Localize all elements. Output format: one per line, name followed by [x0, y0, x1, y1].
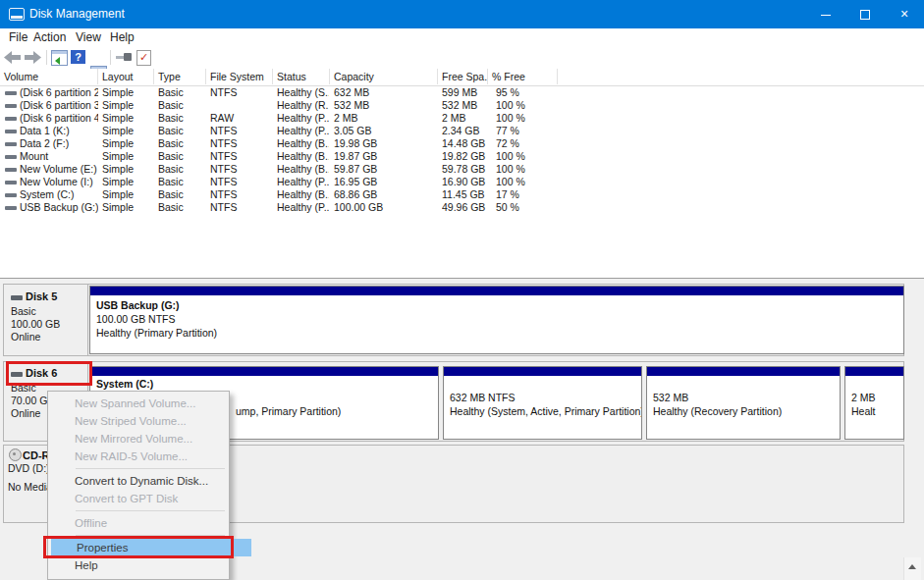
- volume-row[interactable]: New Volume (E:) Simple Basic NTFS Health…: [0, 163, 924, 176]
- menu-item-help[interactable]: Help: [49, 556, 253, 574]
- toolbar-separator: [46, 50, 47, 65]
- partition-health: Healthy (System, Active, Primary Partiti…: [450, 405, 642, 417]
- menu-item-convert-to-gpt-disk[interactable]: Convert to GPT Disk: [49, 490, 253, 507]
- partition-health: Healthy (Recovery Partition): [653, 405, 782, 417]
- cell-layout: Simple: [102, 150, 153, 163]
- col-volume[interactable]: Volume: [0, 69, 98, 84]
- col-freespace[interactable]: Free Spa...: [438, 69, 488, 84]
- vertical-scrollbar[interactable]: [903, 557, 921, 580]
- cell-pct: 100 %: [496, 112, 556, 125]
- cell-volume: Data 2 (F:): [20, 137, 98, 150]
- col-layout[interactable]: Layout: [98, 69, 154, 84]
- action-tool-icon[interactable]: [115, 50, 133, 68]
- menu-item-new-mirrored-volume[interactable]: New Mirrored Volume...: [49, 430, 253, 448]
- volume-icon: [5, 193, 17, 197]
- menu-item-offline[interactable]: Offline: [49, 514, 253, 532]
- cell-layout: Simple: [102, 86, 153, 99]
- partition-size: 2 MB: [851, 392, 876, 403]
- cell-status: Healthy (B...: [277, 188, 329, 201]
- volume-row[interactable]: (Disk 6 partition 4) Simple Basic RAW He…: [0, 112, 924, 125]
- cell-fs: NTFS: [210, 137, 271, 150]
- cell-layout: Simple: [102, 99, 153, 112]
- disk5-partition-usb-backup[interactable]: USB Backup (G:) 100.00 GB NTFS Healthy (…: [89, 286, 904, 354]
- menu-view[interactable]: View: [76, 30, 101, 44]
- menu-file[interactable]: File: [9, 30, 27, 44]
- cell-type: Basic: [158, 150, 205, 163]
- menu-help[interactable]: Help: [110, 30, 135, 44]
- menu-bar: File Action View Help: [0, 28, 924, 47]
- label-separator: [87, 285, 88, 355]
- cell-volume: New Volume (E:): [20, 163, 98, 176]
- cell-fs: RAW: [210, 112, 271, 125]
- volume-row[interactable]: USB Backup (G:) Simple Basic NTFS Health…: [0, 201, 924, 214]
- help-icon[interactable]: ?: [71, 50, 85, 64]
- disk-icon: [11, 295, 23, 300]
- cell-fs: NTFS: [210, 163, 271, 176]
- cell-status: Healthy (P...: [277, 112, 329, 125]
- partition-size: 532 MB: [653, 392, 688, 403]
- volume-icon: [5, 130, 17, 133]
- close-button[interactable]: ×: [885, 0, 924, 28]
- minimize-button[interactable]: [806, 0, 845, 28]
- volume-row[interactable]: System (C:) Simple Basic NTFS Healthy (B…: [0, 188, 924, 201]
- cell-pct: 17 %: [496, 188, 556, 201]
- partition-color-bar: [90, 287, 903, 295]
- partition-color-bar: [647, 367, 840, 376]
- volume-row[interactable]: Data 2 (F:) Simple Basic NTFS Healthy (B…: [0, 137, 924, 150]
- disk5-name[interactable]: Disk 5: [26, 290, 57, 302]
- cell-fs: NTFS: [210, 125, 271, 137]
- partition-size: 100.00 GB NTFS: [96, 313, 176, 325]
- col-status[interactable]: Status: [273, 69, 330, 84]
- disk6-partition-532mb[interactable]: 532 MB Healthy (Recovery Partition): [646, 366, 841, 440]
- icon-titlebar: [52, 51, 67, 54]
- volume-list: Volume Layout Type File System Status Ca…: [0, 69, 924, 278]
- col-capacity[interactable]: Capacity: [330, 69, 438, 84]
- cell-layout: Simple: [102, 188, 153, 201]
- menu-item-new-spanned-volume[interactable]: New Spanned Volume...: [49, 395, 253, 412]
- cell-capacity: 632 MB: [334, 86, 436, 99]
- col-filesystem[interactable]: File System: [206, 69, 273, 84]
- cell-pct: 50 %: [496, 201, 556, 214]
- check-document-icon[interactable]: ✓: [136, 50, 151, 66]
- scroll-up-icon[interactable]: [908, 564, 916, 569]
- menu-item-new-striped-volume[interactable]: New Striped Volume...: [49, 412, 253, 430]
- annotation-box-properties: [43, 536, 234, 558]
- col-type[interactable]: Type: [154, 69, 206, 84]
- menu-item-new-raid5-volume[interactable]: New RAID-5 Volume...: [49, 448, 253, 465]
- cell-status: Healthy (S...: [277, 86, 329, 99]
- cell-free: 599 MB: [442, 86, 486, 99]
- console-tree-icon[interactable]: [51, 50, 68, 66]
- volume-row[interactable]: New Volume (I:) Simple Basic NTFS Health…: [0, 176, 924, 188]
- col-pctfree[interactable]: % Free: [488, 69, 558, 84]
- cell-fs: NTFS: [210, 176, 271, 188]
- menu-separator: [76, 468, 225, 469]
- disk6-partition-632mb[interactable]: 632 MB NTFS Healthy (System, Active, Pri…: [443, 366, 642, 440]
- cell-capacity: 68.86 GB: [334, 188, 436, 201]
- disk5-size: 100.00 GB: [11, 318, 60, 330]
- disk6-partition-2mb[interactable]: 2 MB Healt: [844, 366, 904, 440]
- toolbar: ? ✓: [0, 47, 924, 70]
- menu-separator: [76, 510, 225, 511]
- cell-pct: 72 %: [496, 137, 556, 150]
- maximize-button[interactable]: [845, 0, 885, 28]
- cell-status: Healthy (B...: [277, 163, 329, 176]
- volume-row[interactable]: Data 1 (K:) Simple Basic NTFS Healthy (P…: [0, 125, 924, 137]
- back-icon[interactable]: [4, 50, 21, 68]
- cell-pct: 100 %: [496, 99, 556, 112]
- volume-row[interactable]: Mount Simple Basic NTFS Healthy (B... 19…: [0, 150, 924, 163]
- cell-free: 532 MB: [442, 99, 486, 112]
- cell-fs: NTFS: [210, 86, 271, 99]
- volume-row[interactable]: (Disk 6 partition 3) Simple Basic Health…: [0, 99, 924, 112]
- cell-volume: System (C:): [20, 188, 98, 201]
- volume-row[interactable]: (Disk 6 partition 2) Simple Basic NTFS H…: [0, 86, 924, 99]
- icon-arrow: [55, 57, 60, 65]
- cell-fs: NTFS: [210, 201, 271, 214]
- partition-color-bar: [845, 367, 903, 376]
- disk5-row: Disk 5 Basic 100.00 GB Online USB Backup…: [3, 284, 904, 356]
- cell-free: 16.90 GB: [442, 176, 486, 188]
- forward-icon[interactable]: [25, 50, 41, 68]
- menu-item-convert-to-dynamic-disk[interactable]: Convert to Dynamic Disk...: [49, 472, 253, 490]
- menu-action[interactable]: Action: [33, 30, 66, 44]
- cell-status: Healthy (P...: [277, 176, 329, 188]
- volume-icon: [5, 206, 17, 210]
